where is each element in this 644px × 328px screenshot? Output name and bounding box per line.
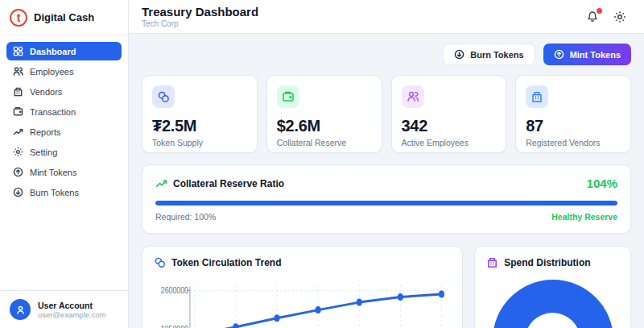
stat-label: Collateral Reserve: [277, 138, 372, 147]
stats-grid: ₮2.5M Token Supply $2.6M Collateral Rese…: [142, 75, 631, 153]
sidebar-item-label: Vendors: [30, 87, 62, 97]
stat-value: $2.6M: [277, 117, 372, 135]
sidebar-item-label: Employees: [30, 67, 73, 77]
main-area: Treasury Dashboard Tech Corp Burn Tokens: [129, 0, 644, 328]
mint-tokens-label: Mint Tokens: [570, 50, 621, 60]
app-window: t Digital Cash Dashboard Employees Vendo…: [0, 0, 644, 328]
svg-text:2600000: 2600000: [161, 285, 189, 295]
token-circulation-trend-card: Token Circulation Trend 26000001950000: [142, 246, 463, 328]
spend-donut-hole: [525, 313, 580, 328]
stat-card-active-employees: 342 Active Employees: [391, 75, 507, 153]
user-email: user@example.com: [38, 310, 106, 319]
user-name: User Account: [38, 301, 106, 310]
stat-label: Registered Vendors: [526, 138, 621, 147]
reserve-status: Healthy Reserve: [551, 212, 617, 222]
sidebar-item-label: Reports: [30, 127, 61, 137]
notifications-button[interactable]: [586, 10, 599, 23]
svg-text:1950000: 1950000: [161, 324, 189, 328]
sidebar-item-label: Mint Tokens: [30, 168, 77, 177]
arrow-down-circle-icon: [13, 187, 23, 197]
brand: t Digital Cash: [0, 0, 128, 35]
page-title: Treasury Dashboard: [142, 5, 258, 19]
ratio-percent: 104%: [587, 176, 617, 190]
gear-icon: [613, 10, 626, 23]
building-icon: [526, 85, 548, 108]
dashboard-grid-icon: [13, 46, 23, 56]
sidebar-item-burn-tokens[interactable]: Burn Tokens: [6, 183, 122, 201]
actions-row: Burn Tokens Mint Tokens: [142, 44, 631, 65]
ratio-title: Collateral Reserve Ratio: [173, 178, 284, 189]
dashboard-content: Burn Tokens Mint Tokens ₮2.5M Token Supp…: [129, 34, 644, 328]
sidebar-item-vendors[interactable]: Vendors: [6, 82, 122, 101]
arrow-up-circle-icon: [554, 49, 564, 60]
stat-label: Active Employees: [402, 138, 497, 147]
gear-icon: [13, 147, 23, 157]
sidebar-item-label: Dashboard: [30, 47, 76, 56]
stat-card-token-supply: ₮2.5M Token Supply: [142, 75, 258, 153]
coins-icon: [154, 256, 166, 268]
trend-arrow-icon: [13, 127, 23, 137]
user-account[interactable]: User Account user@example.com: [0, 290, 128, 328]
trend-chart-title: Token Circulation Trend: [171, 257, 281, 268]
sidebar-item-reports[interactable]: Reports: [6, 122, 122, 141]
sidebar-nav: Dashboard Employees Vendors Transaction …: [0, 35, 128, 290]
wallet-icon: [13, 106, 23, 117]
sidebar-item-label: Burn Tokens: [30, 188, 79, 197]
person-icon: [15, 305, 26, 315]
brand-name: Digital Cash: [34, 11, 94, 23]
spend-donut: [493, 280, 613, 328]
digital-cash-logo-icon: t: [10, 9, 27, 27]
building-icon: [13, 86, 23, 97]
page-subtitle: Tech Corp: [142, 19, 258, 28]
stat-card-registered-vendors: 87 Registered Vendors: [515, 75, 631, 153]
spend-chart-title: Spend Distribution: [504, 257, 590, 268]
people-icon: [13, 66, 23, 77]
reserve-progress-bar: [155, 201, 617, 206]
sidebar-item-dashboard[interactable]: Dashboard: [6, 42, 122, 60]
stat-value: 87: [526, 117, 621, 135]
stat-value: ₮2.5M: [152, 117, 247, 135]
topbar: Treasury Dashboard Tech Corp: [129, 0, 644, 34]
spend-distribution-card: Spend Distribution: [474, 246, 631, 328]
trend-arrow-icon: [155, 177, 167, 189]
required-label: Required: 100%: [155, 212, 216, 222]
collateral-reserve-ratio-card: Collateral Reserve Ratio 104% Required: …: [142, 164, 631, 234]
burn-tokens-button[interactable]: Burn Tokens: [443, 44, 535, 65]
building-icon: [486, 256, 498, 268]
charts-row: Token Circulation Trend 26000001950000 S…: [142, 246, 631, 328]
user-avatar: [10, 299, 31, 320]
arrow-up-circle-icon: [13, 167, 23, 177]
notification-dot: [597, 8, 602, 14]
trend-chart: 26000001950000: [154, 276, 451, 328]
sidebar-item-label: Setting: [30, 147, 57, 157]
stat-value: 342: [402, 117, 497, 135]
reserve-progress-fill: [155, 201, 617, 206]
mint-tokens-button[interactable]: Mint Tokens: [543, 44, 631, 65]
sidebar-item-mint-tokens[interactable]: Mint Tokens: [6, 163, 122, 181]
wallet-icon: [277, 85, 299, 108]
sidebar-item-setting[interactable]: Setting: [6, 143, 122, 161]
sidebar-item-transaction[interactable]: Transaction: [6, 102, 122, 121]
coins-icon: [152, 85, 175, 108]
sidebar-item-label: Transaction: [30, 107, 76, 117]
stat-card-collateral-reserve: $2.6M Collateral Reserve: [266, 75, 382, 153]
sidebar-item-employees[interactable]: Employees: [6, 62, 122, 81]
arrow-down-circle-icon: [454, 49, 464, 60]
settings-button[interactable]: [613, 10, 626, 23]
stat-label: Token Supply: [152, 138, 247, 147]
people-icon: [402, 85, 424, 108]
burn-tokens-label: Burn Tokens: [470, 50, 523, 60]
sidebar: t Digital Cash Dashboard Employees Vendo…: [0, 0, 129, 328]
